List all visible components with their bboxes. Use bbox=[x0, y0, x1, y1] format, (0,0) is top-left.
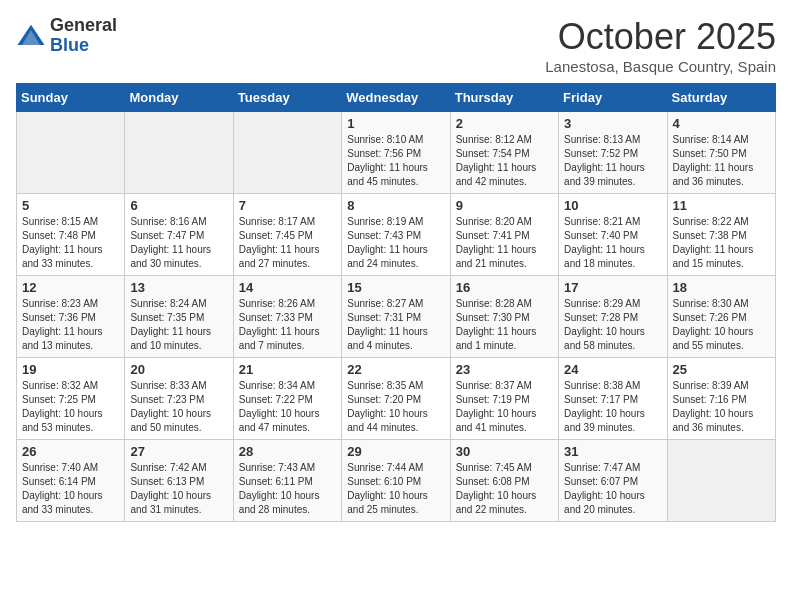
day-info: Sunrise: 8:39 AM Sunset: 7:16 PM Dayligh… bbox=[673, 379, 770, 435]
day-number: 28 bbox=[239, 444, 336, 459]
day-info: Sunrise: 8:35 AM Sunset: 7:20 PM Dayligh… bbox=[347, 379, 444, 435]
calendar-cell: 11Sunrise: 8:22 AM Sunset: 7:38 PM Dayli… bbox=[667, 194, 775, 276]
calendar-week-2: 5Sunrise: 8:15 AM Sunset: 7:48 PM Daylig… bbox=[17, 194, 776, 276]
calendar-header-sunday: Sunday bbox=[17, 84, 125, 112]
calendar-cell: 23Sunrise: 8:37 AM Sunset: 7:19 PM Dayli… bbox=[450, 358, 558, 440]
day-number: 16 bbox=[456, 280, 553, 295]
day-number: 25 bbox=[673, 362, 770, 377]
day-number: 6 bbox=[130, 198, 227, 213]
logo-general-text: General bbox=[50, 16, 117, 36]
day-number: 4 bbox=[673, 116, 770, 131]
day-number: 30 bbox=[456, 444, 553, 459]
calendar-cell: 21Sunrise: 8:34 AM Sunset: 7:22 PM Dayli… bbox=[233, 358, 341, 440]
day-info: Sunrise: 8:32 AM Sunset: 7:25 PM Dayligh… bbox=[22, 379, 119, 435]
day-number: 8 bbox=[347, 198, 444, 213]
calendar-table: SundayMondayTuesdayWednesdayThursdayFrid… bbox=[16, 83, 776, 522]
day-number: 24 bbox=[564, 362, 661, 377]
calendar-header-saturday: Saturday bbox=[667, 84, 775, 112]
calendar-cell: 29Sunrise: 7:44 AM Sunset: 6:10 PM Dayli… bbox=[342, 440, 450, 522]
calendar-header-wednesday: Wednesday bbox=[342, 84, 450, 112]
day-info: Sunrise: 8:24 AM Sunset: 7:35 PM Dayligh… bbox=[130, 297, 227, 353]
day-info: Sunrise: 8:10 AM Sunset: 7:56 PM Dayligh… bbox=[347, 133, 444, 189]
calendar-week-5: 26Sunrise: 7:40 AM Sunset: 6:14 PM Dayli… bbox=[17, 440, 776, 522]
location-text: Lanestosa, Basque Country, Spain bbox=[545, 58, 776, 75]
calendar-cell bbox=[667, 440, 775, 522]
day-number: 29 bbox=[347, 444, 444, 459]
day-number: 2 bbox=[456, 116, 553, 131]
day-number: 15 bbox=[347, 280, 444, 295]
day-number: 13 bbox=[130, 280, 227, 295]
calendar-header-thursday: Thursday bbox=[450, 84, 558, 112]
day-number: 1 bbox=[347, 116, 444, 131]
logo-blue-text: Blue bbox=[50, 36, 117, 56]
day-info: Sunrise: 8:12 AM Sunset: 7:54 PM Dayligh… bbox=[456, 133, 553, 189]
logo: General Blue bbox=[16, 16, 117, 56]
calendar-cell bbox=[125, 112, 233, 194]
day-number: 21 bbox=[239, 362, 336, 377]
month-title: October 2025 bbox=[545, 16, 776, 58]
day-info: Sunrise: 8:29 AM Sunset: 7:28 PM Dayligh… bbox=[564, 297, 661, 353]
calendar-cell: 5Sunrise: 8:15 AM Sunset: 7:48 PM Daylig… bbox=[17, 194, 125, 276]
day-number: 19 bbox=[22, 362, 119, 377]
calendar-header-tuesday: Tuesday bbox=[233, 84, 341, 112]
day-info: Sunrise: 8:23 AM Sunset: 7:36 PM Dayligh… bbox=[22, 297, 119, 353]
day-info: Sunrise: 8:13 AM Sunset: 7:52 PM Dayligh… bbox=[564, 133, 661, 189]
calendar-cell: 1Sunrise: 8:10 AM Sunset: 7:56 PM Daylig… bbox=[342, 112, 450, 194]
day-number: 9 bbox=[456, 198, 553, 213]
day-info: Sunrise: 8:28 AM Sunset: 7:30 PM Dayligh… bbox=[456, 297, 553, 353]
day-number: 20 bbox=[130, 362, 227, 377]
calendar-cell: 22Sunrise: 8:35 AM Sunset: 7:20 PM Dayli… bbox=[342, 358, 450, 440]
day-number: 27 bbox=[130, 444, 227, 459]
calendar-cell: 30Sunrise: 7:45 AM Sunset: 6:08 PM Dayli… bbox=[450, 440, 558, 522]
calendar-header-monday: Monday bbox=[125, 84, 233, 112]
day-info: Sunrise: 8:15 AM Sunset: 7:48 PM Dayligh… bbox=[22, 215, 119, 271]
calendar-cell: 24Sunrise: 8:38 AM Sunset: 7:17 PM Dayli… bbox=[559, 358, 667, 440]
calendar-cell: 27Sunrise: 7:42 AM Sunset: 6:13 PM Dayli… bbox=[125, 440, 233, 522]
calendar-week-3: 12Sunrise: 8:23 AM Sunset: 7:36 PM Dayli… bbox=[17, 276, 776, 358]
day-info: Sunrise: 7:47 AM Sunset: 6:07 PM Dayligh… bbox=[564, 461, 661, 517]
logo-text: General Blue bbox=[50, 16, 117, 56]
day-number: 12 bbox=[22, 280, 119, 295]
day-info: Sunrise: 8:30 AM Sunset: 7:26 PM Dayligh… bbox=[673, 297, 770, 353]
calendar-cell: 6Sunrise: 8:16 AM Sunset: 7:47 PM Daylig… bbox=[125, 194, 233, 276]
calendar-cell: 12Sunrise: 8:23 AM Sunset: 7:36 PM Dayli… bbox=[17, 276, 125, 358]
calendar-week-1: 1Sunrise: 8:10 AM Sunset: 7:56 PM Daylig… bbox=[17, 112, 776, 194]
day-info: Sunrise: 8:37 AM Sunset: 7:19 PM Dayligh… bbox=[456, 379, 553, 435]
day-number: 18 bbox=[673, 280, 770, 295]
calendar-cell: 16Sunrise: 8:28 AM Sunset: 7:30 PM Dayli… bbox=[450, 276, 558, 358]
day-info: Sunrise: 7:44 AM Sunset: 6:10 PM Dayligh… bbox=[347, 461, 444, 517]
day-number: 10 bbox=[564, 198, 661, 213]
calendar-cell: 3Sunrise: 8:13 AM Sunset: 7:52 PM Daylig… bbox=[559, 112, 667, 194]
day-number: 22 bbox=[347, 362, 444, 377]
calendar-cell: 10Sunrise: 8:21 AM Sunset: 7:40 PM Dayli… bbox=[559, 194, 667, 276]
calendar-cell: 26Sunrise: 7:40 AM Sunset: 6:14 PM Dayli… bbox=[17, 440, 125, 522]
calendar-cell bbox=[17, 112, 125, 194]
day-info: Sunrise: 8:20 AM Sunset: 7:41 PM Dayligh… bbox=[456, 215, 553, 271]
day-number: 7 bbox=[239, 198, 336, 213]
calendar-cell: 18Sunrise: 8:30 AM Sunset: 7:26 PM Dayli… bbox=[667, 276, 775, 358]
calendar-cell: 15Sunrise: 8:27 AM Sunset: 7:31 PM Dayli… bbox=[342, 276, 450, 358]
calendar-cell: 13Sunrise: 8:24 AM Sunset: 7:35 PM Dayli… bbox=[125, 276, 233, 358]
calendar-cell: 19Sunrise: 8:32 AM Sunset: 7:25 PM Dayli… bbox=[17, 358, 125, 440]
calendar-header-friday: Friday bbox=[559, 84, 667, 112]
day-info: Sunrise: 8:26 AM Sunset: 7:33 PM Dayligh… bbox=[239, 297, 336, 353]
day-info: Sunrise: 8:22 AM Sunset: 7:38 PM Dayligh… bbox=[673, 215, 770, 271]
day-info: Sunrise: 8:14 AM Sunset: 7:50 PM Dayligh… bbox=[673, 133, 770, 189]
calendar-cell: 4Sunrise: 8:14 AM Sunset: 7:50 PM Daylig… bbox=[667, 112, 775, 194]
day-number: 3 bbox=[564, 116, 661, 131]
calendar-week-4: 19Sunrise: 8:32 AM Sunset: 7:25 PM Dayli… bbox=[17, 358, 776, 440]
day-number: 31 bbox=[564, 444, 661, 459]
day-number: 11 bbox=[673, 198, 770, 213]
day-number: 5 bbox=[22, 198, 119, 213]
calendar-cell: 2Sunrise: 8:12 AM Sunset: 7:54 PM Daylig… bbox=[450, 112, 558, 194]
calendar-header-row: SundayMondayTuesdayWednesdayThursdayFrid… bbox=[17, 84, 776, 112]
calendar-cell: 14Sunrise: 8:26 AM Sunset: 7:33 PM Dayli… bbox=[233, 276, 341, 358]
day-number: 23 bbox=[456, 362, 553, 377]
calendar-cell: 9Sunrise: 8:20 AM Sunset: 7:41 PM Daylig… bbox=[450, 194, 558, 276]
day-info: Sunrise: 8:19 AM Sunset: 7:43 PM Dayligh… bbox=[347, 215, 444, 271]
calendar-cell: 28Sunrise: 7:43 AM Sunset: 6:11 PM Dayli… bbox=[233, 440, 341, 522]
calendar-cell: 8Sunrise: 8:19 AM Sunset: 7:43 PM Daylig… bbox=[342, 194, 450, 276]
day-info: Sunrise: 7:43 AM Sunset: 6:11 PM Dayligh… bbox=[239, 461, 336, 517]
day-number: 14 bbox=[239, 280, 336, 295]
day-info: Sunrise: 7:40 AM Sunset: 6:14 PM Dayligh… bbox=[22, 461, 119, 517]
